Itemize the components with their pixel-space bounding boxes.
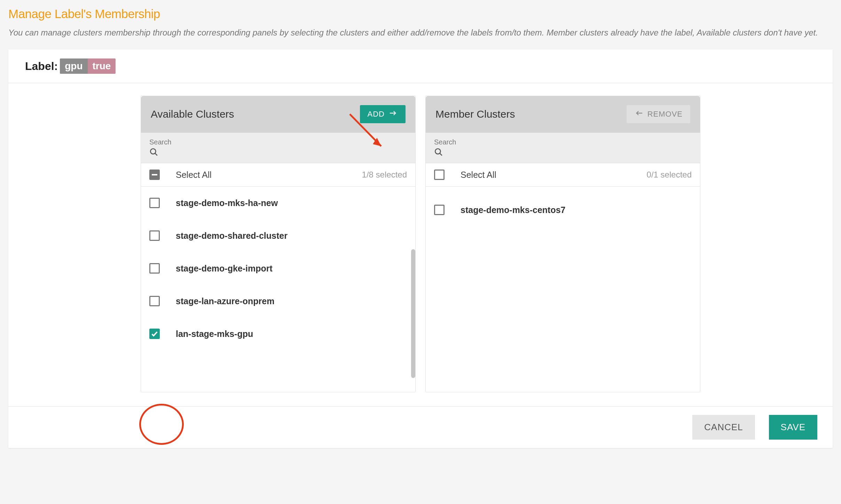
member-list: stage-demo-mks-centos7 (426, 187, 700, 392)
available-select-all-label[interactable]: Select All (176, 170, 212, 180)
search-icon[interactable] (434, 152, 443, 158)
add-button-label: ADD (368, 110, 385, 119)
search-icon[interactable] (149, 152, 158, 158)
cluster-name: stage-demo-mks-ha-new (176, 198, 278, 208)
save-button[interactable]: SAVE (769, 415, 817, 440)
checkbox[interactable] (149, 263, 160, 274)
checkbox[interactable] (434, 205, 445, 215)
label-header: Label: gputrue (8, 49, 833, 83)
list-item[interactable]: lan-stage-mks-gpu (141, 317, 415, 350)
available-list: stage-demo-mks-ha-new stage-demo-shared-… (141, 187, 415, 392)
list-item[interactable]: stage-lan-azure-onprem (141, 285, 415, 317)
arrow-left-icon (634, 109, 644, 119)
member-select-all-checkbox[interactable] (434, 170, 445, 180)
label-key-tag: gpu (60, 58, 87, 74)
arrow-right-icon (388, 109, 398, 119)
label-prefix: Label: (25, 60, 58, 73)
list-item[interactable]: stage-demo-gke-import (141, 252, 415, 285)
svg-line-2 (155, 153, 157, 156)
remove-button-label: REMOVE (647, 110, 683, 119)
svg-line-5 (440, 153, 442, 156)
member-clusters-panel: Member Clusters REMOVE Search (425, 96, 700, 392)
member-panel-title: Member Clusters (435, 108, 515, 120)
remove-button[interactable]: REMOVE (627, 105, 690, 123)
list-item[interactable]: stage-demo-mks-centos7 (426, 187, 700, 226)
cluster-name: stage-demo-shared-cluster (176, 231, 288, 241)
cluster-name: stage-lan-azure-onprem (176, 296, 274, 306)
label-value-tag: true (88, 58, 116, 74)
cluster-name: lan-stage-mks-gpu (176, 329, 253, 339)
available-clusters-panel: Available Clusters ADD Search (141, 96, 416, 392)
svg-point-4 (435, 149, 440, 154)
add-button[interactable]: ADD (360, 105, 406, 123)
cluster-name: stage-demo-gke-import (176, 263, 273, 274)
member-selected-counter: 0/1 selected (647, 170, 692, 180)
checkbox[interactable] (149, 329, 160, 339)
cluster-name: stage-demo-mks-centos7 (461, 205, 565, 215)
member-search-label: Search (434, 138, 692, 146)
checkbox[interactable] (149, 198, 160, 208)
page-title: Manage Label's Membership (8, 7, 833, 21)
list-item[interactable]: stage-demo-shared-cluster (141, 219, 415, 252)
scrollbar-thumb[interactable] (411, 249, 415, 378)
list-item[interactable]: stage-demo-mks-ha-new (141, 187, 415, 219)
available-selected-counter: 1/8 selected (362, 170, 407, 180)
cancel-button[interactable]: CANCEL (692, 415, 755, 440)
svg-point-1 (150, 149, 156, 154)
available-select-all-checkbox[interactable] (149, 170, 160, 180)
page-description: You can manage clusters membership throu… (8, 26, 833, 39)
member-select-all-label[interactable]: Select All (461, 170, 496, 180)
checkbox[interactable] (149, 296, 160, 306)
checkbox[interactable] (149, 230, 160, 241)
available-search-label: Search (149, 138, 407, 146)
available-panel-title: Available Clusters (151, 108, 234, 120)
